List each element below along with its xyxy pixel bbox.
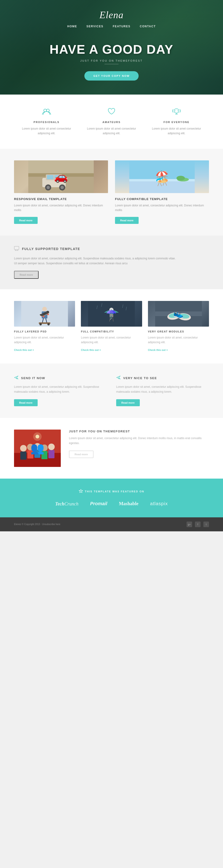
svg-point-67 [20, 445, 27, 452]
site-logo: Elena [5, 9, 218, 21]
amateurs-icon [84, 107, 139, 117]
footer-featured-text: THIS TEMPLATE WAS FEATURED ON [85, 490, 144, 493]
footer-logo-promail: Promail [90, 501, 107, 506]
svg-rect-46 [88, 301, 135, 327]
svg-rect-34 [14, 246, 19, 250]
svg-point-71 [34, 443, 41, 450]
feature-professionals-title: PROFESIONALS [19, 121, 74, 124]
three-col-section: FULLY LAYERED PSD Lorem ipsum dolor sit … [0, 289, 223, 364]
feature-professionals: PROFESIONALS Lorem ipsum dolor sit amet … [14, 107, 79, 136]
two-col-grid: SEND IT NOW Lorem ipsum dolor sit amet, … [14, 375, 209, 406]
col-modules-image [148, 301, 209, 327]
nice-icon [116, 375, 121, 381]
svg-point-75 [48, 443, 55, 450]
two-col-send-header: SEND IT NOW [14, 375, 107, 381]
footer-logo-atlaspix: atlaspix [150, 501, 168, 506]
svg-rect-74 [41, 451, 48, 459]
svg-rect-21 [129, 181, 195, 193]
card-responsive: RESPONSIVE EMAIL TEMPLATE Lorem ipsum do… [14, 160, 108, 224]
col-psd-link[interactable]: Check this out > [14, 348, 34, 351]
svg-point-18 [60, 186, 64, 189]
svg-point-73 [41, 444, 48, 451]
card-responsive-cta[interactable]: Read more [14, 217, 38, 224]
svg-point-22 [158, 172, 162, 175]
cards-grid: RESPONSIVE EMAIL TEMPLATE Lorem ipsum do… [14, 160, 209, 224]
svg-point-47 [109, 308, 114, 312]
card-compatible-title: FULLY COMPATIBLE TEMPLATE [115, 197, 209, 201]
full-section-title: FULLY SUPPORTED TEMPLATE [22, 247, 80, 251]
col-compat: FULL COMPATIBILITY Lorem ipsum dolor sit… [81, 301, 142, 352]
col-modules-link[interactable]: Check this out > [148, 348, 168, 351]
professionals-icon [19, 107, 74, 117]
feature-amateurs-text: Lorem ipsum dolor sit amet consectetur a… [84, 126, 139, 136]
col-modules-text: Lorem ipsum dolor sit amet, consectetur … [148, 335, 209, 345]
nav-services[interactable]: SERVICES [86, 25, 103, 28]
svg-rect-50 [110, 312, 113, 317]
svg-point-3 [175, 111, 176, 111]
bottom-bar: Elenez © Copyright 2013 · Unsubscribe he… [0, 517, 223, 531]
nav-features[interactable]: FEATURES [113, 25, 131, 28]
social-facebook[interactable]: f [195, 522, 200, 527]
featured-cta[interactable]: Read more [69, 451, 93, 458]
hero-divider [105, 64, 118, 64]
full-section-icon [14, 246, 19, 252]
col-modules-title: VERY GREAT MODULES [148, 330, 209, 333]
svg-point-16 [47, 186, 50, 189]
feature-everyone-text: Lorem ipsum dolor sit amet consectetur a… [149, 126, 204, 136]
svg-point-33 [176, 176, 185, 181]
cards-section: RESPONSIVE EMAIL TEMPLATE Lorem ipsum do… [0, 149, 223, 236]
three-col-grid: FULLY LAYERED PSD Lorem ipsum dolor sit … [14, 301, 209, 352]
card-responsive-title: RESPONSIVE EMAIL TEMPLATE [14, 197, 108, 201]
feature-professionals-text: Lorem ipsum dolor sit amet consectetur a… [19, 126, 74, 136]
two-col-nice-cta[interactable]: Read more [116, 399, 140, 406]
card-compatible: FULLY COMPATIBLE TEMPLATE Lorem ipsum do… [115, 160, 209, 224]
full-section-text: Lorem ipsum dolor sit amet, consectetur … [14, 256, 178, 266]
two-col-nice-text: Lorem ipsum dolor sit amet, consectetur … [116, 384, 209, 395]
card-compatible-image [115, 160, 209, 193]
feature-everyone-title: FOR EVERYONE [149, 121, 204, 124]
social-twitter[interactable]: t [203, 522, 209, 527]
everyone-icon [149, 107, 204, 117]
svg-point-69 [27, 444, 34, 450]
card-compatible-cta[interactable]: Read more [115, 217, 139, 224]
hero-section: Elena HOME SERVICES FEATURES CONTACT HAV… [0, 0, 223, 95]
svg-rect-14 [54, 175, 61, 179]
svg-rect-70 [27, 450, 33, 459]
col-compat-image [81, 301, 142, 327]
svg-point-39 [42, 307, 47, 311]
svg-rect-13 [47, 175, 54, 179]
hero-cta-button[interactable]: GET YOUR COPY NOW [84, 71, 138, 81]
svg-point-45 [48, 323, 50, 326]
full-section: FULLY SUPPORTED TEMPLATE Lorem ipsum dol… [0, 236, 223, 289]
feature-everyone: FOR EVERYONE Lorem ipsum dolor sit amet … [144, 107, 209, 136]
nav-contact[interactable]: CONTACT [140, 25, 156, 28]
footer-teal-section: THIS TEMPLATE WAS FEATURED ON TechCrunch… [0, 478, 223, 517]
two-col-nice: VERY NICE TO SEE Lorem ipsum dolor sit a… [116, 375, 209, 406]
full-section-header: FULLY SUPPORTED TEMPLATE [14, 246, 209, 252]
footer-logos: TechCrunch Promail Mashable atlaspix [14, 501, 209, 507]
hero-subtitle: JUST FOR YOU ON THEMEFOREST [5, 59, 218, 62]
svg-rect-40 [42, 311, 48, 318]
features-section: PROFESIONALS Lorem ipsum dolor sit amet … [0, 95, 223, 149]
col-compat-link[interactable]: Check this out > [81, 348, 101, 351]
card-responsive-image [14, 160, 108, 193]
two-col-send-cta[interactable]: Read more [14, 399, 38, 406]
col-psd-title: FULLY LAYERED PSD [14, 330, 75, 333]
svg-point-44 [39, 323, 42, 326]
social-google-plus[interactable]: g+ [187, 522, 192, 527]
two-col-nice-header: VERY NICE TO SEE [116, 375, 209, 381]
two-col-nice-title: VERY NICE TO SEE [123, 376, 157, 380]
hero-title: HAVE A GOOD DAY [5, 42, 218, 57]
full-section-cta[interactable]: Read more [14, 271, 38, 279]
bottom-bar-copyright: Elenez © Copyright 2013 · Unsubscribe he… [14, 523, 60, 526]
col-psd-text: Lorem ipsum dolor sit amet, consectetur … [14, 335, 75, 345]
send-icon [14, 375, 19, 381]
featured-image [14, 430, 61, 467]
svg-rect-76 [48, 450, 54, 458]
feature-amateurs-title: AMATEURS [84, 121, 139, 124]
svg-rect-72 [34, 450, 40, 458]
bottom-bar-socials: g+ f t [187, 522, 209, 527]
nav-home[interactable]: HOME [67, 25, 77, 28]
svg-rect-2 [174, 109, 179, 113]
card-compatible-text: Lorem ipsum dolor sit amet, consectetur … [115, 203, 209, 213]
